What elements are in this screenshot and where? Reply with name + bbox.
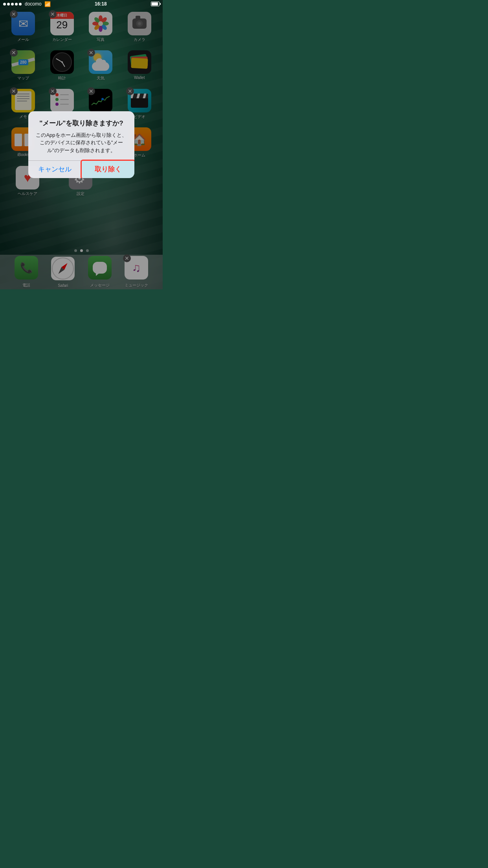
alert-content: "メール"を取り除きますか? このAppをホーム画面から取り除くと、このデバイス… xyxy=(28,111,134,154)
status-bar: docomo 📶 16:18 xyxy=(0,0,163,8)
signal-dot-4 xyxy=(15,3,18,6)
carrier-label: docomo xyxy=(25,1,42,7)
battery-fill xyxy=(152,2,158,6)
overlay: "メール"を取り除きますか? このAppをホーム画面から取り除くと、このデバイス… xyxy=(0,0,163,289)
confirm-button[interactable]: 取り除く xyxy=(82,161,135,178)
signal-dot-5 xyxy=(19,3,22,6)
cancel-button[interactable]: キャンセル xyxy=(28,161,82,178)
alert-buttons: キャンセル 取り除く xyxy=(28,161,134,178)
alert-message: このAppをホーム画面から取り除くと、このデバイスに保存されている"メール"のデ… xyxy=(35,131,127,154)
signal-dot-2 xyxy=(7,3,10,6)
wifi-icon: 📶 xyxy=(44,1,51,7)
screen: docomo 📶 16:18 ✕ メール ✕ xyxy=(0,0,163,289)
alert-dialog: "メール"を取り除きますか? このAppをホーム画面から取り除くと、このデバイス… xyxy=(28,111,134,178)
signal-dot-1 xyxy=(3,3,6,6)
status-left: docomo 📶 xyxy=(3,1,51,7)
alert-title: "メール"を取り除きますか? xyxy=(35,119,127,128)
status-right xyxy=(151,2,160,6)
battery-icon xyxy=(151,2,160,6)
signal-dot-3 xyxy=(11,3,14,6)
clock: 16:18 xyxy=(95,1,107,7)
confirm-highlight-border xyxy=(81,160,135,178)
signal-dots xyxy=(3,3,22,6)
